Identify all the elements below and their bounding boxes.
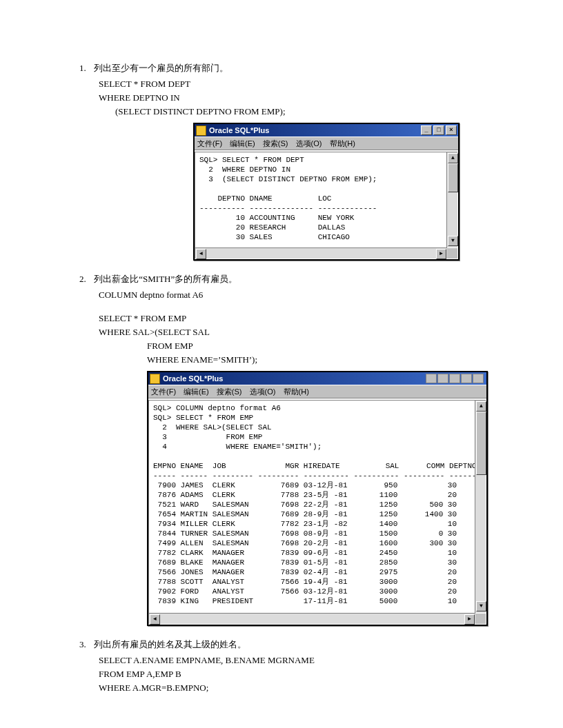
- q2-sql-line2: SELECT * FROM EMP: [99, 313, 522, 324]
- menu-search[interactable]: 搜索(S): [263, 139, 288, 148]
- q2-title-line: 2. 列出薪金比“SMITH”多的所有雇员。: [79, 273, 522, 285]
- ext-icon[interactable]: [461, 374, 472, 383]
- scroll-up-icon[interactable]: ▲: [476, 401, 486, 412]
- titlebar-2: Oracle SQL*Plus: [148, 372, 486, 385]
- scroll-up-icon[interactable]: ▲: [448, 153, 458, 163]
- q3-sql-line3: WHERE A.MGR=B.EMPNO;: [99, 682, 522, 694]
- q1-title: 列出至少有一个雇员的所有部门。: [94, 63, 228, 73]
- terminal-2-content: SQL> COLUMN deptno format A6 SQL> SELECT…: [153, 403, 484, 624]
- window-title-1: Oracle SQL*Plus: [209, 126, 421, 134]
- maximize-button[interactable]: □: [433, 125, 444, 135]
- ext-icon[interactable]: [437, 374, 448, 383]
- q2-number: 2.: [79, 274, 92, 285]
- q2-sql-line3: WHERE SAL>(SELECT SAL: [99, 327, 522, 338]
- ext-icon[interactable]: [449, 374, 460, 383]
- question-3: 3. 列出所有雇员的姓名及其上级的姓名。 SELECT A.ENAME EMPN…: [79, 638, 522, 694]
- question-2: 2. 列出薪金比“SMITH”多的所有雇员。 COLUMN deptno for…: [79, 273, 522, 626]
- q1-title-line: 1. 列出至少有一个雇员的所有部门。: [79, 62, 522, 74]
- terminal-1-content: SQL> SELECT * FROM DEPT 2 WHERE DEPTNO I…: [199, 155, 456, 242]
- menu-edit[interactable]: 编辑(E): [230, 139, 255, 148]
- q3-title-line: 3. 列出所有雇员的姓名及其上级的姓名。: [79, 638, 522, 651]
- scrollbar-v-1[interactable]: ▲ ▼: [446, 152, 457, 247]
- window-title-2: Oracle SQL*Plus: [163, 374, 426, 383]
- q1-sql-line3: (SELECT DISTINCT DEPTNO FROM EMP);: [115, 106, 522, 117]
- q2-sql-line4: FROM EMP: [147, 341, 522, 352]
- menu-options[interactable]: 选项(O): [296, 139, 322, 148]
- q3-sql-line1: SELECT A.ENAME EMPNAME, B.ENAME MGRNAME: [99, 655, 522, 666]
- sqlplus-window-2: Oracle SQL*Plus 文件(F) 编辑(E) 搜索(S) 选项(O) …: [147, 371, 488, 626]
- scroll-thumb-v[interactable]: [448, 163, 458, 192]
- sqlplus-window-1: Oracle SQL*Plus _ □ × 文件(F) 编辑(E) 搜索(S) …: [193, 123, 460, 261]
- scroll-left-icon[interactable]: ◄: [196, 249, 206, 259]
- menu-options[interactable]: 选项(O): [250, 387, 276, 396]
- close-button[interactable]: ×: [446, 125, 457, 135]
- minimize-button[interactable]: _: [421, 125, 432, 135]
- window-controls-1: _ □ ×: [421, 125, 457, 135]
- menubar-1: 文件(F) 编辑(E) 搜索(S) 选项(O) 帮助(H): [195, 136, 458, 152]
- q3-sql-line2: FROM EMP A,EMP B: [99, 669, 522, 680]
- terminal-2: SQL> COLUMN deptno format A6 SQL> SELECT…: [148, 400, 486, 625]
- menu-help[interactable]: 帮助(H): [284, 387, 309, 396]
- scroll-left-icon[interactable]: ◄: [150, 614, 160, 625]
- menu-help[interactable]: 帮助(H): [330, 139, 355, 148]
- scroll-corner: [475, 614, 486, 624]
- app-icon: [150, 374, 160, 384]
- scroll-down-icon[interactable]: ▼: [476, 601, 486, 611]
- scroll-right-icon[interactable]: ►: [436, 249, 446, 259]
- menu-file[interactable]: 文件(F): [151, 387, 176, 396]
- q1-sql-line2: WHERE DEPTNO IN: [99, 92, 522, 103]
- scrollbar-h-2[interactable]: ◄ ►: [149, 613, 475, 624]
- q3-number: 3.: [79, 639, 92, 650]
- q3-title: 列出所有雇员的姓名及其上级的姓名。: [94, 639, 246, 649]
- scroll-right-icon[interactable]: ►: [464, 614, 475, 625]
- q1-number: 1.: [79, 63, 92, 74]
- q2-sql-line5: WHERE ENAME=’SMITH’);: [147, 354, 522, 365]
- scroll-down-icon[interactable]: ▼: [448, 236, 458, 246]
- titlebar-1: Oracle SQL*Plus _ □ ×: [195, 124, 458, 136]
- scrollbar-h-1[interactable]: ◄ ►: [195, 247, 447, 259]
- app-icon: [196, 125, 206, 136]
- menu-search[interactable]: 搜索(S): [217, 387, 242, 396]
- ext-toolbar-icons: [426, 374, 484, 383]
- terminal-1: SQL> SELECT * FROM DEPT 2 WHERE DEPTNO I…: [195, 152, 458, 259]
- scroll-corner: [447, 248, 457, 259]
- q1-sql-line1: SELECT * FROM DEPT: [99, 79, 522, 90]
- scrollbar-v-2[interactable]: ▲ ▼: [475, 401, 486, 613]
- ext-icon[interactable]: [426, 374, 437, 383]
- menu-file[interactable]: 文件(F): [197, 139, 222, 148]
- ext-icon[interactable]: [473, 374, 484, 383]
- question-1: 1. 列出至少有一个雇员的所有部门。 SELECT * FROM DEPT WH…: [79, 62, 522, 261]
- q2-sql-line1: COLUMN deptno format A6: [99, 290, 522, 301]
- q2-title: 列出薪金比“SMITH”多的所有雇员。: [94, 274, 237, 284]
- scroll-thumb-v[interactable]: [476, 412, 486, 475]
- menubar-2: 文件(F) 编辑(E) 搜索(S) 选项(O) 帮助(H): [148, 385, 486, 400]
- menu-edit[interactable]: 编辑(E): [184, 387, 209, 396]
